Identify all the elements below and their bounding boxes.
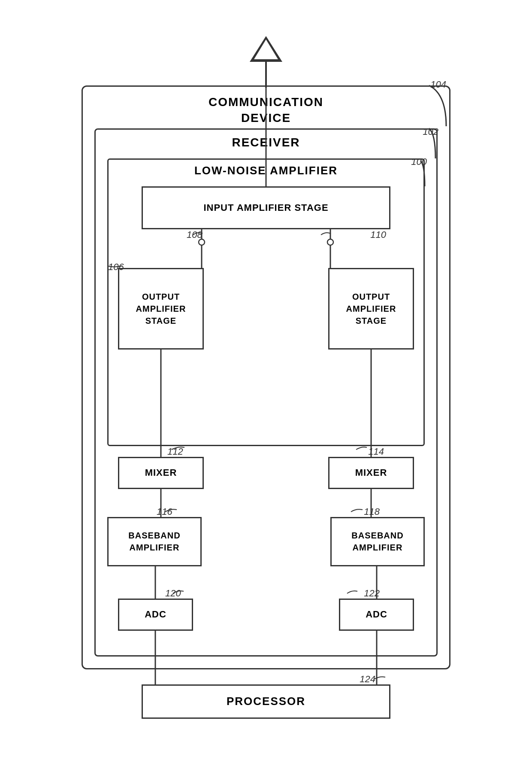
mixer-left-label: MIXER: [145, 467, 177, 478]
lna-label: LOW-NOISE AMPLIFIER: [194, 164, 338, 177]
ref-124: 124: [360, 674, 375, 685]
ref-118: 118: [364, 506, 380, 517]
ref-114: 114: [368, 446, 384, 457]
output-amplifier-stage-right-label: OUTPUTAMPLIFIERSTAGE: [346, 291, 396, 327]
baseband-amplifier-left-label: BASEBANDAMPLIFIER: [128, 529, 180, 553]
comm-device-label: COMMUNICATIONDEVICE: [209, 94, 323, 127]
antenna: [250, 36, 282, 88]
output-amplifier-stage-right-box: OUTPUTAMPLIFIERSTAGE: [328, 268, 414, 350]
mixer-right-label: MIXER: [355, 467, 387, 478]
receiver-label: RECEIVER: [232, 136, 300, 149]
adc-right-label: ADC: [366, 609, 387, 620]
baseband-amplifier-right-label: BASEBANDAMPLIFIER: [351, 529, 403, 553]
ref-116: 116: [157, 506, 172, 517]
ref-110: 110: [370, 229, 386, 240]
adc-right-box: ADC: [339, 599, 414, 631]
ref-108: 108: [187, 229, 203, 240]
ref-100: 100: [411, 156, 427, 167]
processor-box: PROCESSOR: [142, 684, 390, 719]
diagram-inner: INPUT AMPLIFIER STAGE OUTPUTAMPLIFIERSTA…: [73, 27, 459, 736]
ref-112: 112: [167, 446, 183, 457]
ref-122: 122: [364, 588, 380, 599]
input-amplifier-stage-label: INPUT AMPLIFIER STAGE: [203, 202, 328, 213]
output-amplifier-stage-left-box: OUTPUTAMPLIFIERSTAGE: [118, 268, 204, 350]
adc-left-box: ADC: [118, 599, 193, 631]
adc-left-label: ADC: [145, 609, 166, 620]
diagram-container: INPUT AMPLIFIER STAGE OUTPUTAMPLIFIERSTA…: [0, 0, 532, 763]
antenna-triangle: [250, 36, 282, 62]
mixer-left-box: MIXER: [118, 457, 204, 489]
mixer-right-box: MIXER: [328, 457, 414, 489]
ref-102: 102: [423, 126, 438, 137]
baseband-amplifier-left-box: BASEBANDAMPLIFIER: [107, 517, 202, 566]
ref-104: 104: [430, 79, 446, 90]
antenna-line: [265, 62, 267, 88]
baseband-amplifier-right-box: BASEBANDAMPLIFIER: [330, 517, 425, 566]
processor-label: PROCESSOR: [227, 695, 305, 708]
ref-120: 120: [165, 588, 181, 599]
input-amplifier-stage-box: INPUT AMPLIFIER STAGE: [142, 186, 390, 229]
ref-106: 106: [108, 261, 124, 273]
output-amplifier-stage-left-label: OUTPUTAMPLIFIERSTAGE: [136, 291, 186, 327]
